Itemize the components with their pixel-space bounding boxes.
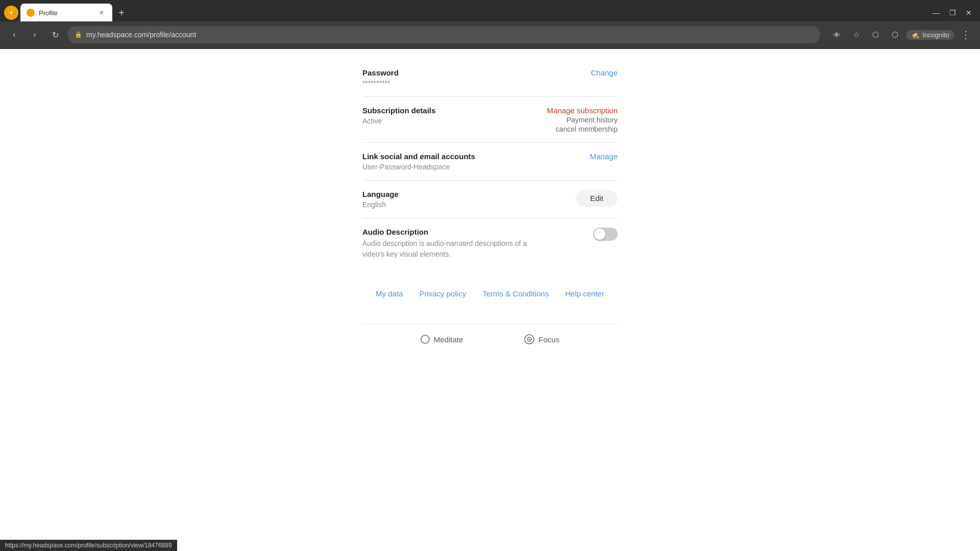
privacy-policy-link[interactable]: Privacy policy <box>419 289 466 298</box>
social-section: Link social and email accounts User-Pass… <box>362 143 618 181</box>
audio-description-text: Audio description is audio-narrated desc… <box>362 238 546 260</box>
language-section-right: Edit <box>576 190 618 207</box>
tab-favicon <box>27 9 35 17</box>
minimize-button[interactable]: — <box>929 6 943 20</box>
address-actions: 👁 ☆ ⬡ ⬡ 🕵 Incognito ⋮ <box>828 27 974 43</box>
social-value: User-Password-Headspace <box>362 163 590 171</box>
back-button[interactable]: ‹ <box>6 27 22 43</box>
eye-slash-icon[interactable]: 👁 <box>828 27 845 43</box>
status-bar-url: https://my.headspace.com/profile/subscri… <box>5 542 172 549</box>
language-section: Language English Edit <box>362 181 618 218</box>
language-value: English <box>362 201 576 209</box>
incognito-badge[interactable]: 🕵 Incognito <box>906 30 954 40</box>
more-options-button[interactable]: ⋮ <box>958 27 974 43</box>
maximize-button[interactable]: ❐ <box>945 6 960 20</box>
tab-title: Profile <box>39 9 93 17</box>
audio-description-section: Audio Description Audio description is a… <box>362 218 618 269</box>
payment-history-link[interactable]: Payment history <box>567 116 618 124</box>
tab-close-button[interactable]: ✕ <box>97 8 106 17</box>
address-bar[interactable]: 🔒 my.headspace.com/profile/account <box>67 26 820 43</box>
url-text: my.headspace.com/profile/account <box>86 31 813 39</box>
focus-icon <box>524 334 534 344</box>
password-section: Password ********** Change <box>362 59 618 97</box>
forward-button[interactable]: › <box>27 27 43 43</box>
cancel-membership-link[interactable]: cancel membership <box>556 125 618 133</box>
main-container: Password ********** Change Subscription … <box>362 49 618 406</box>
social-section-right: Manage <box>590 152 618 161</box>
focus-label: Focus <box>538 335 559 344</box>
bookmark-button[interactable]: ☆ <box>848 27 864 43</box>
subscription-section-left: Subscription details Active <box>362 106 547 125</box>
subscription-section-right: Manage subscription Payment history canc… <box>547 106 618 133</box>
meditate-radio <box>421 335 430 344</box>
incognito-icon: 🕵 <box>911 31 919 39</box>
password-value: ********** <box>362 79 591 87</box>
tab-bar: ▾ Profile ✕ + — ❐ ✕ <box>0 0 980 21</box>
subscription-section: Subscription details Active Manage subsc… <box>362 97 618 143</box>
language-edit-button[interactable]: Edit <box>576 190 618 207</box>
page-content: Password ********** Change Subscription … <box>0 49 980 551</box>
subscription-label: Subscription details <box>362 106 547 115</box>
bottom-nav: Meditate Focus <box>362 323 618 355</box>
address-bar-row: ‹ › ↻ 🔒 my.headspace.com/profile/account… <box>0 21 980 48</box>
close-window-button[interactable]: ✕ <box>962 6 976 20</box>
password-section-left: Password ********** <box>362 68 591 87</box>
active-tab[interactable]: Profile ✕ <box>20 4 112 22</box>
svg-point-2 <box>529 339 530 340</box>
status-bar: https://my.headspace.com/profile/subscri… <box>0 540 177 551</box>
meditate-nav-item[interactable]: Meditate <box>421 334 463 344</box>
incognito-label: Incognito <box>922 31 949 39</box>
password-section-right: Change <box>591 68 618 77</box>
footer-links: My data Privacy policy Terms & Condition… <box>362 269 618 313</box>
tab-dropdown-button[interactable]: ▾ <box>4 6 18 20</box>
language-label: Language <box>362 190 576 198</box>
focus-nav-item[interactable]: Focus <box>524 334 559 344</box>
help-center-link[interactable]: Help center <box>565 289 604 298</box>
audio-description-toggle[interactable] <box>593 228 618 241</box>
reload-button[interactable]: ↻ <box>47 27 63 43</box>
audio-description-right <box>593 228 618 241</box>
terms-conditions-link[interactable]: Terms & Conditions <box>482 289 549 298</box>
meditate-label: Meditate <box>434 335 463 344</box>
window-controls: — ❐ ✕ <box>929 6 976 20</box>
browser-chrome: ▾ Profile ✕ + — ❐ ✕ ‹ › ↻ 🔒 my.headspace… <box>0 0 980 49</box>
extensions-button[interactable]: ⬡ <box>867 27 884 43</box>
profile-button[interactable]: ⬡ <box>887 27 903 43</box>
password-change-link[interactable]: Change <box>591 68 618 77</box>
password-label: Password <box>362 68 591 77</box>
audio-description-left: Audio Description Audio description is a… <box>362 228 593 260</box>
social-section-left: Link social and email accounts User-Pass… <box>362 152 590 171</box>
lock-icon: 🔒 <box>75 31 82 38</box>
language-section-left: Language English <box>362 190 576 209</box>
my-data-link[interactable]: My data <box>376 289 403 298</box>
subscription-value: Active <box>362 117 547 125</box>
social-label: Link social and email accounts <box>362 152 590 161</box>
audio-description-label: Audio Description <box>362 228 593 236</box>
manage-subscription-link[interactable]: Manage subscription <box>547 106 618 115</box>
new-tab-button[interactable]: + <box>114 6 129 20</box>
manage-social-link[interactable]: Manage <box>590 152 618 161</box>
toggle-knob <box>594 229 605 240</box>
